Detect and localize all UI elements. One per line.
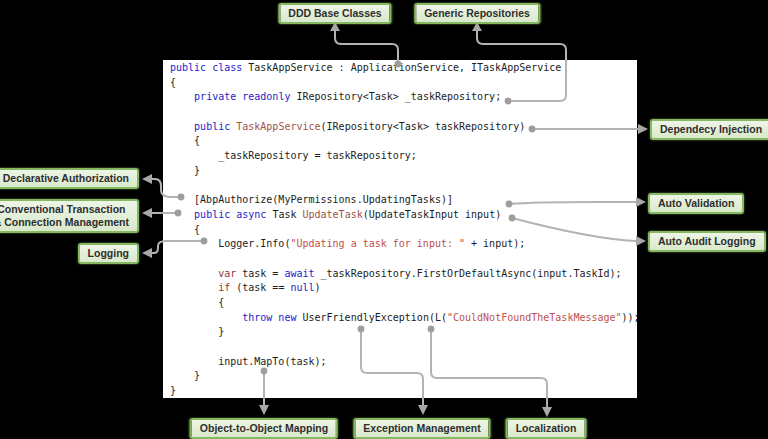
callout-ddd-base-classes: DDD Base Classes (278, 3, 391, 24)
code-line: public class TaskAppService : Applicatio… (170, 61, 632, 76)
arrow-right-validation (636, 197, 646, 207)
arrow-down-mapping (259, 405, 269, 415)
code-line: } (170, 325, 632, 340)
callout-conventional-transaction: Conventional Transaction & Connection Ma… (0, 199, 139, 233)
code-line: public TaskAppService(IRepository<Task> … (170, 120, 632, 135)
code-line: { (170, 223, 632, 238)
arrow-right-dependency (638, 124, 648, 134)
callout-line: Conventional Transaction (0, 203, 129, 216)
code-line (170, 179, 632, 194)
callout-logging: Logging (78, 243, 139, 264)
code-line: private readonly IRepository<Task> _task… (170, 90, 632, 105)
code-block: public class TaskAppService : Applicatio… (170, 61, 632, 399)
code-line: public async Task UpdateTask(UpdateTaskI… (170, 208, 632, 223)
annotated-code-diagram: public class TaskAppService : Applicatio… (0, 0, 768, 439)
callout-auto-audit-logging: Auto Audit Logging (648, 231, 766, 252)
code-line: input.MapTo(task); (170, 355, 632, 370)
arrow-right-audit (636, 236, 646, 246)
code-line (170, 340, 632, 355)
code-line (170, 105, 632, 120)
callout-localization: Localization (506, 418, 587, 439)
connector-ddd-base-classes (335, 29, 398, 64)
code-line: throw new UserFriendlyException(L("Could… (170, 311, 632, 326)
code-line: if (task == null) (170, 281, 632, 296)
callout-line: & Connection Management (0, 216, 129, 229)
callout-exception-management: Exception Management (353, 418, 490, 439)
code-line: var task = await _taskRepository.FirstOr… (170, 267, 632, 282)
code-line: Logger.Info("Updating a task for input: … (170, 237, 632, 252)
arrow-down-exception (418, 405, 428, 415)
callout-declarative-authorization: Declarative Authorization (0, 168, 139, 189)
arrow-down-localization (542, 407, 552, 417)
code-line: { (170, 134, 632, 149)
code-line: } (170, 369, 632, 384)
arrow-left-conventional (142, 208, 152, 218)
callout-generic-repositories: Generic Repositories (414, 3, 540, 24)
callout-auto-validation: Auto Validation (648, 193, 744, 214)
code-line (170, 252, 632, 267)
callout-object-mapping: Object-to-Object Mapping (190, 418, 338, 439)
arrow-left-declarative (142, 174, 152, 184)
code-line: _taskRepository = taskRepository; (170, 149, 632, 164)
arrow-left-logging (142, 248, 152, 258)
callout-dependency-injection: Dependecy Injection (650, 119, 768, 140)
code-line: [AbpAuthorize(MyPermissions.UpdatingTask… (170, 193, 632, 208)
code-line: { (170, 296, 632, 311)
code-line: } (170, 384, 632, 399)
code-line: { (170, 76, 632, 91)
code-line: } (170, 164, 632, 179)
